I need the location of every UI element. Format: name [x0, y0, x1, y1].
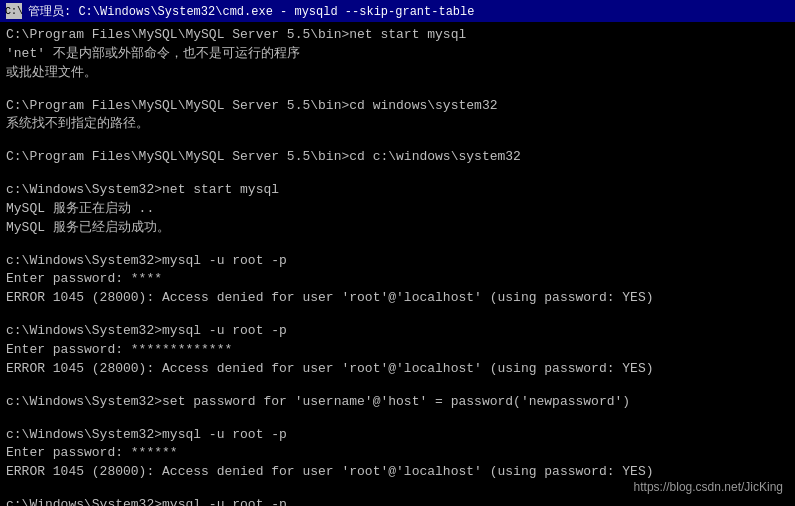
terminal-line: c:\Windows\System32>net start mysql: [6, 181, 789, 200]
terminal-line: Enter password: ******: [6, 444, 789, 463]
terminal-line: C:\Program Files\MySQL\MySQL Server 5.5\…: [6, 148, 789, 167]
terminal-line: ERROR 1045 (28000): Access denied for us…: [6, 289, 789, 308]
terminal-line: Enter password: *************: [6, 341, 789, 360]
cmd-window: C:\ 管理员: C:\Windows\System32\cmd.exe - m…: [0, 0, 795, 506]
terminal-line: c:\Windows\System32>mysql -u root -p: [6, 252, 789, 271]
terminal-line: C:\Program Files\MySQL\MySQL Server 5.5\…: [6, 26, 789, 45]
terminal-line: c:\Windows\System32>mysql -u root -p: [6, 322, 789, 341]
terminal-line: c:\Windows\System32>set password for 'us…: [6, 393, 789, 412]
terminal-line: c:\Windows\System32>mysql -u root -p: [6, 426, 789, 445]
terminal-output[interactable]: C:\Program Files\MySQL\MySQL Server 5.5\…: [0, 22, 795, 506]
terminal-line: C:\Program Files\MySQL\MySQL Server 5.5\…: [6, 97, 789, 116]
terminal-line: c:\Windows\System32>mysql -u root -p: [6, 496, 789, 506]
terminal-line: ERROR 1045 (28000): Access denied for us…: [6, 360, 789, 379]
terminal-line: Enter password: ****: [6, 270, 789, 289]
terminal-line: 系统找不到指定的路径。: [6, 115, 789, 134]
terminal-line: 或批处理文件。: [6, 64, 789, 83]
cmd-icon: C:\: [6, 3, 22, 19]
title-bar-text: 管理员: C:\Windows\System32\cmd.exe - mysql…: [28, 3, 789, 20]
watermark: https://blog.csdn.net/JicKing: [634, 480, 783, 494]
terminal-line: 'net' 不是内部或外部命令，也不是可运行的程序: [6, 45, 789, 64]
terminal-line: MySQL 服务正在启动 ..: [6, 200, 789, 219]
terminal-line: MySQL 服务已经启动成功。: [6, 219, 789, 238]
title-bar: C:\ 管理员: C:\Windows\System32\cmd.exe - m…: [0, 0, 795, 22]
